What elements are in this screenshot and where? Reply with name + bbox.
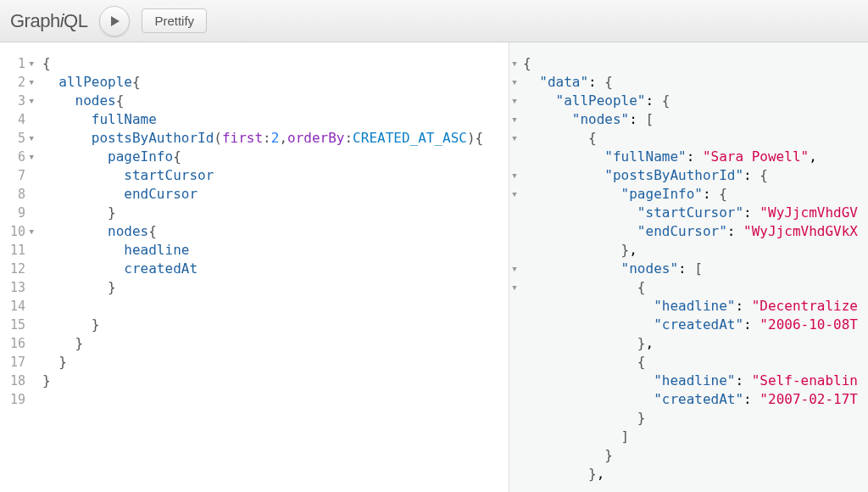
chevron-down-icon[interactable]: ▼ — [27, 148, 34, 166]
play-icon — [108, 15, 120, 27]
gutter-line: 7 — [0, 166, 34, 185]
gutter-line: 3▼ — [0, 92, 34, 110]
chevron-down-icon[interactable]: ▼ — [27, 222, 34, 241]
main-split: 1▼2▼3▼4 5▼6▼7 8 9 10▼11 12 13 14 15 16 1… — [0, 42, 868, 492]
chevron-down-icon[interactable]: ▼ — [509, 73, 520, 92]
chevron-down-icon[interactable]: ▼ — [509, 278, 520, 297]
chevron-down-icon[interactable]: ▼ — [27, 92, 34, 110]
toolbar: GraphiQL Prettify — [0, 0, 868, 42]
run-button[interactable] — [99, 6, 130, 36]
result-fold-gutter: ▼ ▼ ▼ ▼ ▼ ▼ ▼ ▼ ▼ — [509, 42, 521, 492]
chevron-down-icon[interactable]: ▼ — [509, 92, 520, 110]
chevron-down-icon[interactable]: ▼ — [509, 166, 520, 185]
gutter-line: 9 — [0, 204, 34, 222]
chevron-down-icon[interactable]: ▼ — [27, 73, 34, 92]
svg-marker-0 — [111, 16, 120, 26]
gutter-line: 6▼ — [0, 148, 34, 166]
gutter-line: 13 — [0, 278, 34, 297]
gutter-line: 12 — [0, 260, 34, 278]
gutter-line: 17 — [0, 353, 34, 372]
query-editor[interactable]: { allPeople{ nodes{ fullName postsByAuth… — [37, 42, 509, 492]
chevron-down-icon[interactable]: ▼ — [509, 260, 520, 278]
gutter-line: 4 — [0, 110, 34, 129]
chevron-down-icon[interactable]: ▼ — [509, 110, 520, 129]
chevron-down-icon[interactable]: ▼ — [27, 54, 34, 73]
result-viewer[interactable]: { "data": { "allPeople": { "nodes": [ { … — [521, 42, 868, 492]
app-logo: GraphiQL — [10, 10, 87, 32]
prettify-button[interactable]: Prettify — [142, 8, 207, 33]
gutter-line: 15 — [0, 316, 34, 334]
gutter-line: 1▼ — [0, 54, 34, 73]
line-gutter: 1▼2▼3▼4 5▼6▼7 8 9 10▼11 12 13 14 15 16 1… — [0, 42, 37, 492]
gutter-line: 5▼ — [0, 129, 34, 148]
gutter-line: 14 — [0, 297, 34, 316]
gutter-line: 16 — [0, 334, 34, 353]
gutter-line: 10▼ — [0, 222, 34, 241]
chevron-down-icon[interactable]: ▼ — [509, 129, 520, 148]
gutter-line: 18 — [0, 372, 34, 390]
query-editor-pane: 1▼2▼3▼4 5▼6▼7 8 9 10▼11 12 13 14 15 16 1… — [0, 42, 509, 492]
gutter-line: 11 — [0, 241, 34, 260]
gutter-line: 8 — [0, 185, 34, 204]
gutter-line: 19 — [0, 390, 34, 409]
chevron-down-icon[interactable]: ▼ — [509, 54, 520, 73]
chevron-down-icon[interactable]: ▼ — [509, 185, 520, 204]
result-pane: ▼ ▼ ▼ ▼ ▼ ▼ ▼ ▼ ▼ { "data": { "allPeople… — [509, 42, 868, 492]
gutter-line: 2▼ — [0, 73, 34, 92]
chevron-down-icon[interactable]: ▼ — [27, 129, 34, 148]
